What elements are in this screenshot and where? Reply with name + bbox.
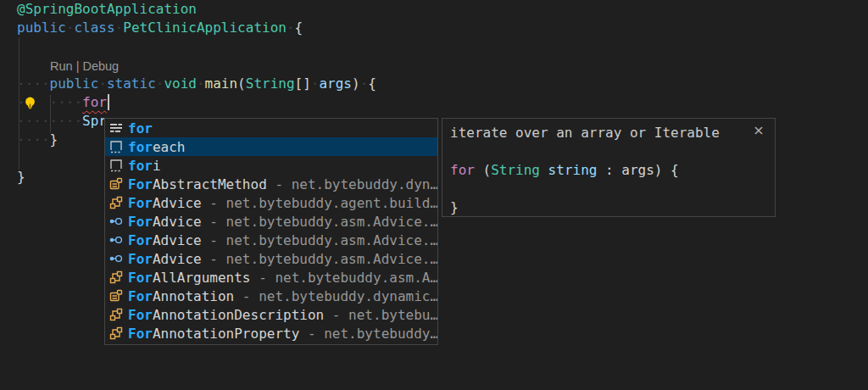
suggest-details-panel: × iterate over an array or Iterable for … (442, 118, 776, 217)
class-icon (109, 326, 123, 340)
code-token: · (156, 75, 164, 92)
code-line[interactable]: public·class·PetClinicApplication·{ (17, 19, 868, 37)
docs-code-line: for (String string : args) { (450, 161, 775, 180)
code-token: } (50, 131, 58, 148)
suggestion-label-match: For (128, 288, 153, 304)
code-token: args (319, 75, 352, 92)
suggestion-detail: - net.bytebuddy.dyn… (267, 176, 437, 192)
suggestion-item[interactable]: for (105, 119, 437, 137)
suggestion-detail: - net.bytebuddy.asm.Advice.… (202, 232, 437, 248)
suggestion-item[interactable]: ForAdvice - net.bytebuddy.asm.Advice.… (105, 231, 437, 249)
suggestion-label: Advice (153, 214, 202, 230)
code-token: static (107, 75, 156, 92)
snippet-icon (109, 159, 123, 172)
code-line[interactable]: · ····for (17, 93, 868, 112)
code-token: ···· (17, 75, 50, 92)
suggestion-detail: - net.bytebuddy.asm.A… (251, 270, 438, 286)
docs-code-line: } (450, 198, 775, 217)
suggestion-detail: - net.bytebuddy.dynamic… (234, 288, 437, 304)
code-token: · (287, 20, 295, 36)
code-token: ( (475, 162, 491, 178)
suggestion-label: AnnotationProperty (153, 326, 299, 342)
code-line[interactable] (17, 37, 868, 56)
suggestion-label: AllArguments (153, 270, 251, 286)
code-token: [] (295, 75, 311, 92)
suggestion-label: Advice (153, 195, 202, 211)
codelens-separator: | (73, 59, 83, 73)
suggestion-label: Annotation (153, 288, 234, 304)
class-icon (109, 308, 123, 321)
code-token: ········ (17, 113, 82, 129)
code-token: } (450, 199, 459, 215)
code-token: } (17, 169, 25, 185)
suggestion-detail: - net.bytebuddy.asm.Advice.… (202, 251, 437, 267)
close-icon[interactable]: × (751, 123, 766, 138)
suggestion-item[interactable]: ForAdvice - net.bytebuddy.agent.build… (105, 193, 437, 212)
suggestion-label-match: For (128, 270, 153, 286)
suggestion-item[interactable]: ForAnnotationDescription - net.bytebu… (105, 305, 437, 324)
code-token: void (164, 75, 197, 92)
code-token: String (246, 75, 295, 92)
suggestion-detail: - net.bytebuddy.agent.build… (202, 195, 437, 211)
code-line[interactable]: ····public·static·void·main(String[]·arg… (17, 75, 868, 93)
enum-icon (109, 177, 123, 191)
suggestion-item[interactable]: ForAbstractMethod - net.bytebuddy.dyn… (105, 175, 437, 193)
code-token: ( (237, 75, 246, 92)
code-token: public (17, 20, 66, 36)
suggestion-detail: - net.bytebu… (324, 307, 437, 323)
code-token: ) { (654, 162, 679, 178)
suggestion-item[interactable]: ForAnnotation - net.bytebuddy.dynamic… (105, 287, 437, 305)
code-token: public (50, 75, 99, 92)
interface-icon (109, 252, 123, 265)
suggestion-item[interactable]: ForAdvice - net.bytebuddy.asm.Advice.… (105, 249, 437, 268)
suggestion-label-match: for (128, 120, 153, 136)
code-token: ···· (17, 131, 50, 148)
code-token: · (98, 75, 107, 92)
code-token: : (597, 162, 621, 178)
code-token: ···· (50, 94, 83, 110)
code-token: Spr (82, 113, 107, 129)
lightbulb-icon[interactable] (23, 96, 37, 110)
suggestion-label-match: For (128, 326, 153, 342)
suggestion-item[interactable]: ForAdvice - net.bytebuddy.asm.Advice.… (105, 212, 437, 231)
suggestion-item[interactable]: ForAnnotationProperty - net.bytebuddy… (105, 324, 437, 343)
suggestion-label-match: For (128, 251, 153, 267)
suggest-widget: forforeachforiForAbstractMethod - net.by… (104, 118, 438, 345)
suggestion-label-match: for (128, 139, 153, 155)
code-token: args (621, 162, 654, 178)
enum-icon (109, 289, 123, 303)
codelens-debug-link[interactable]: Debug (82, 59, 119, 73)
code-token: class (74, 20, 114, 36)
code-token: string (548, 162, 598, 178)
code-token: · (66, 20, 75, 36)
interface-icon (109, 233, 123, 247)
code-token: PetClinicApplication (123, 20, 287, 36)
suggestion-label-match: For (128, 195, 153, 211)
codelens-run-link[interactable]: Run (50, 59, 73, 73)
suggestion-detail: - net.bytebuddy.asm.Advice.… (202, 214, 437, 230)
suggestion-label-match: For (128, 232, 153, 248)
snippet-icon (109, 140, 123, 153)
code-token: @SpringBootApplication (17, 1, 197, 17)
suggestion-label: each (153, 139, 186, 155)
spacer-line (450, 142, 775, 161)
suggestion-label: AnnotationDescription (153, 307, 324, 323)
suggestion-description: iterate over an array or Iterable (450, 124, 775, 142)
suggestion-preview-code: for (String string : args) {} (450, 161, 775, 217)
code-token: · (197, 75, 205, 92)
class-icon (109, 196, 123, 209)
suggestion-detail: - net.bytebuddy… (299, 326, 437, 342)
code-token: ) (352, 75, 360, 92)
text-cursor (108, 94, 109, 110)
suggestion-item[interactable]: ForAllArguments - net.bytebuddy.asm.A… (105, 268, 437, 287)
suggestion-label-match: for (128, 158, 153, 174)
code-token (540, 162, 548, 178)
suggestion-label-match: For (128, 307, 153, 323)
code-line[interactable]: @SpringBootApplication (17, 0, 868, 19)
code-token: · (115, 20, 124, 36)
suggestion-item[interactable]: fori (105, 156, 437, 175)
suggestion-label: Advice (153, 251, 202, 267)
suggestion-item[interactable]: foreach (105, 137, 437, 156)
class-icon (109, 270, 123, 284)
suggestion-label-match: For (128, 176, 153, 192)
